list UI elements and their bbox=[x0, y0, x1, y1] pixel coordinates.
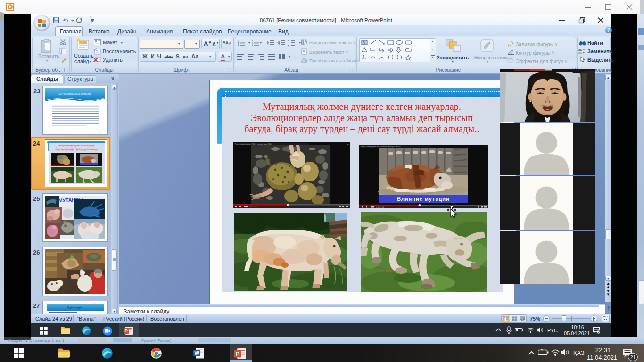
svg-text:Волк - Udivit jivotnie Mir - в: Волк - Udivit jivotnie Mir - влияние мут… bbox=[361, 146, 400, 148]
svg-text:Эволюционерлер әліде жаңа түр: Эволюционерлер әліде жаңа түр аламыз деп… bbox=[56, 147, 97, 149]
svg-text:бағуда, бірақ ауру түрден – де: бағуда, бірақ ауру түрден – дені сау түр… bbox=[55, 149, 98, 151]
svg-text:Цитоплазмалық мутация: Цитоплазмалық мутация bbox=[58, 92, 91, 95]
svg-text:W: W bbox=[195, 350, 200, 356]
svg-text:0:12 / 2:43: 0:12 / 2:43 bbox=[250, 206, 257, 208]
svg-text:Frog - mutant animals (HD) - y: Frog - mutant animals (HD) - youtube vid… bbox=[235, 143, 272, 145]
svg-text:P: P bbox=[125, 328, 128, 333]
svg-text:A: A bbox=[363, 41, 365, 45]
svg-text:Мутациялық жолмен дүниеге келг: Мутациялық жолмен дүниеге келген жануарл… bbox=[58, 145, 94, 147]
svg-text:Қорытынды:: Қорытынды: bbox=[67, 306, 83, 309]
svg-text:ac: ac bbox=[578, 51, 582, 54]
svg-text:Влияние мутации: Влияние мутации bbox=[397, 196, 450, 202]
svg-text:0:08 / 1:56: 0:08 / 1:56 bbox=[376, 206, 384, 208]
svg-text:P: P bbox=[236, 351, 239, 357]
